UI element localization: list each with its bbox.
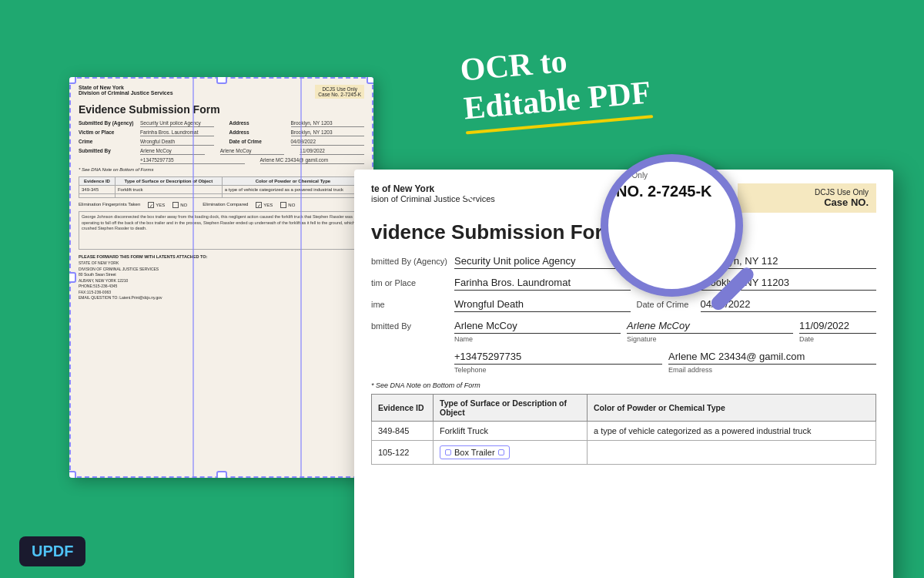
magnifier-content: Use Only NO. 2-7245-K — [608, 162, 735, 210]
large-td-surface1: Forklift Truck — [434, 422, 588, 441]
large-email-value: Arlene MC 23434@ gamil.com — [668, 351, 876, 365]
small-victim-label: Victim or Place — [79, 129, 140, 136]
small-no-label: NO — [180, 203, 187, 207]
large-phone-spacer — [371, 351, 448, 374]
large-td-color2 — [588, 441, 876, 465]
handle-bl[interactable] — [69, 471, 76, 478]
small-dna-note: * See DNA Note on Bottom of Forms — [79, 167, 364, 172]
svg-marker-0 — [481, 216, 491, 227]
large-table-header: Evidence ID Type of Surface or Descripti… — [372, 395, 876, 422]
small-forward-address: STATE OF NEW YORK DIVISION OF CRIMINAL J… — [79, 260, 364, 301]
small-case-box: DCJS Use Only Case No. 2-7245-K — [315, 85, 364, 99]
small-yes-label2: YES — [263, 203, 273, 207]
large-evidence-table: Evidence ID Type of Surface or Descripti… — [371, 394, 876, 465]
large-phone-value: +13475297735 — [454, 351, 662, 365]
small-forward-label: PLEASE FORWARD THIS FORM WITH LATENTS AT… — [79, 254, 364, 259]
large-submitby2-label: bmitted By — [371, 320, 448, 331]
selection-line-left — [192, 77, 194, 478]
small-yes-label: YES — [156, 203, 165, 207]
small-submittedby2-value: Arlene McCoy — [140, 148, 205, 155]
small-doc-content: State of New York Division of Criminal J… — [69, 77, 373, 309]
small-checkbox-row: Elimination Fingerprints Taken ✓ YES NO … — [79, 202, 364, 208]
large-phone-email-row: +13475297735 Telephone Arlene MC 23434@ … — [371, 351, 876, 374]
small-th-id: Evidence ID — [79, 177, 116, 186]
updf-text: UPDF — [32, 543, 73, 560]
updf-logo: UPDF — [19, 536, 85, 566]
small-case-no: Case No. 2-7245-K — [318, 92, 361, 97]
small-crime-label: Crime — [79, 139, 140, 146]
small-desc-box: George Johnson disconnected the box trai… — [79, 211, 364, 250]
magnifier: Use Only NO. 2-7245-K — [601, 154, 770, 324]
large-email-caption: Email address — [668, 366, 876, 374]
small-table-row-2 — [79, 194, 364, 198]
bt-handle-left[interactable] — [445, 449, 451, 455]
small-table-row-1: 349-345 Forklift truck a type of vehicle… — [79, 186, 364, 194]
small-elim-comp-label: Elimination Compared — [203, 202, 248, 208]
small-td-id1: 349-345 — [79, 186, 116, 194]
large-email-group: Arlene MC 23434@ gamil.com Email address — [668, 351, 876, 374]
small-date2-value: 11/09/2022 — [300, 148, 364, 155]
small-no-box[interactable] — [172, 202, 179, 208]
large-td-surface2: Box Trailer — [434, 441, 588, 465]
small-address2-label: Address — [229, 129, 291, 136]
small-no-box2[interactable] — [280, 202, 286, 208]
large-td-id1: 349-845 — [372, 422, 434, 441]
small-yes-box[interactable]: ✓ — [148, 202, 154, 208]
small-org-line1: State of New York — [79, 85, 173, 90]
large-th-id: Evidence ID — [372, 395, 434, 422]
small-submitted-value: Security Unit police Agency — [140, 120, 214, 127]
large-name-group: Arlene McCoy Name — [454, 320, 621, 343]
large-td-color1: a type of vehicle categorized as a power… — [588, 422, 876, 441]
large-table-row-1: 349-845 Forklift Truck a type of vehicle… — [372, 422, 876, 441]
large-name-caption: Name — [454, 335, 621, 343]
small-submitted-label: Submitted By (Agency) — [79, 120, 140, 127]
bt-handle-right[interactable] — [498, 449, 504, 455]
small-elim-fp-label: Elimination Fingerprints Taken — [79, 202, 140, 208]
large-name-value: Arlene McCoy — [454, 320, 621, 334]
large-date-submitted: 11/09/2022 — [799, 320, 876, 334]
large-phone-caption: Telephone — [454, 366, 662, 374]
small-victim-value: Farinha Bros. Laundromat — [140, 129, 214, 136]
large-td-id2: 105-122 — [372, 441, 434, 465]
selection-line-right — [300, 77, 302, 478]
magnifier-circle: Use Only NO. 2-7245-K — [601, 154, 743, 297]
small-signature-value: Arlene McCoy — [220, 148, 285, 155]
box-trailer-selected[interactable]: Box Trailer — [440, 445, 510, 459]
large-submitted-label: bmitted By (Agency) — [371, 255, 448, 266]
ocr-title: OCR toEditable PDF — [459, 35, 653, 135]
handle-bm[interactable] — [216, 471, 227, 478]
small-email-value: Arlene MC 23434@ gamil.com — [260, 157, 365, 164]
small-evidence-table: Evidence ID Type of Surface or Descripti… — [79, 176, 364, 198]
small-document: State of New York Division of Criminal J… — [69, 77, 373, 478]
small-yes-box2[interactable]: ✓ — [256, 202, 262, 208]
small-crime-value: Wrongful Death — [140, 139, 214, 146]
large-phone-group: +13475297735 Telephone — [454, 351, 662, 374]
large-table-row-2: 105-122 Box Trailer — [372, 441, 876, 465]
small-case-use: DCJS Use Only — [318, 86, 361, 92]
large-dna-note: * See DNA Note on Bottom of Form — [371, 381, 876, 389]
small-td-surface1: Forklift truck — [115, 186, 222, 194]
small-doc-title: Evidence Submission Form — [79, 103, 364, 116]
mag-use-only: Use Only — [616, 171, 728, 180]
small-address-label: Address — [229, 120, 291, 127]
large-crime-label: ime — [371, 298, 448, 309]
small-submittedby2-label: Submitted By — [79, 148, 140, 155]
large-victim-label: tim or Place — [371, 277, 448, 287]
large-sig-caption: Signature — [627, 335, 793, 343]
small-date-label: Date of Crime — [229, 139, 291, 146]
small-th-color: Color of Powder or Chemical Type — [222, 177, 363, 186]
large-th-surface: Type of Surface or Description of Object — [434, 395, 588, 422]
small-th-surface: Type of Surface or Description of Object — [115, 177, 222, 186]
mag-case-no: NO. 2-7245-K — [616, 183, 728, 200]
small-td-color1: a type of vehicle categorized as a power… — [222, 186, 363, 194]
box-trailer-text: Box Trailer — [454, 448, 495, 457]
arrow-icon — [416, 177, 508, 239]
large-th-color: Color of Powder or Chemical Type — [588, 395, 876, 422]
small-org-line2: Division of Criminal Justice Services — [79, 90, 173, 96]
large-date-group: 11/09/2022 Date — [799, 320, 876, 343]
small-no-label2: NO — [288, 203, 295, 207]
large-date-caption: Date — [799, 335, 876, 343]
